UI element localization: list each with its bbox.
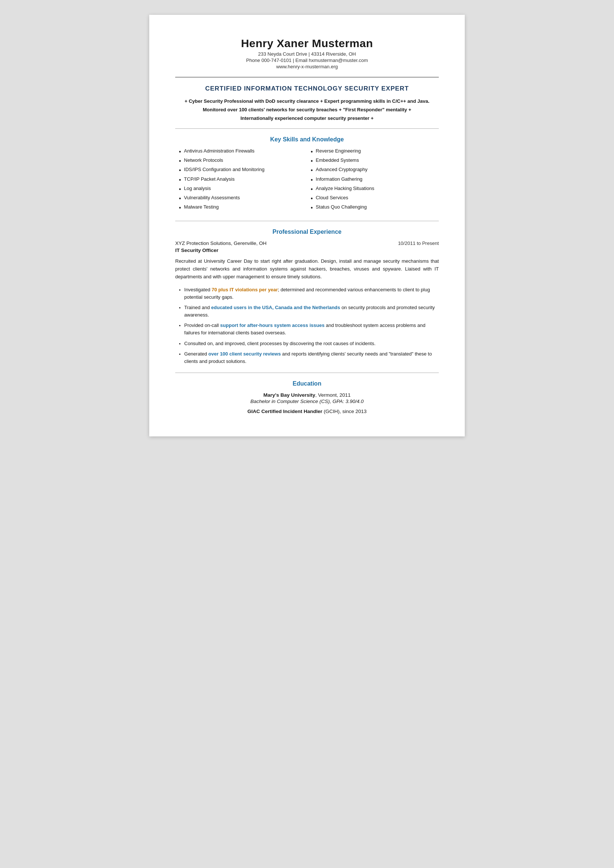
candidate-website: www.henry-x-musterman.erg bbox=[175, 64, 439, 70]
skill-item: Cloud Services bbox=[311, 195, 435, 202]
bullet-text: Generated over 100 client security revie… bbox=[184, 350, 439, 365]
bullet-highlight: educated users in the USA, Canada and th… bbox=[211, 305, 340, 310]
bullet-text: Provided on-call support for after-hours… bbox=[184, 322, 439, 336]
bullet-highlight: over 100 client security reviews bbox=[208, 351, 281, 356]
skill-item: Embedded Systems bbox=[311, 157, 435, 164]
skill-item: Log analysis bbox=[179, 186, 303, 192]
experience-header: XYZ Protection Solutions, Gerenville, OH… bbox=[175, 240, 439, 246]
bullet-highlight: 70 plus IT violations per year bbox=[212, 287, 278, 293]
experience-description: Recruited at University Career Day to st… bbox=[175, 257, 439, 281]
skill-item: TCP/IP Packet Analysis bbox=[179, 176, 303, 183]
job-title: IT Security Officer bbox=[175, 248, 439, 253]
skills-grid: Antivirus Administration Firewalls Netwo… bbox=[175, 148, 439, 213]
education-entry-1: Mary's Bay University, Vermont, 2011 Bac… bbox=[175, 392, 439, 404]
skill-item: Reverse Engineering bbox=[311, 148, 435, 155]
section-divider-2 bbox=[175, 221, 439, 221]
bullet-before: Generated bbox=[184, 351, 208, 356]
degree: Bachelor in Computer Science (CS), GPA: … bbox=[175, 398, 439, 404]
certified-title: CERTIFIED INFORMATION TECHNOLOGY SECURIT… bbox=[175, 85, 439, 92]
skill-item: Vulnerability Assessments bbox=[179, 195, 303, 202]
university-suffix: , Vermont, 2011 bbox=[315, 392, 350, 398]
bullet-before: Provided on-call bbox=[184, 322, 220, 328]
candidate-address: 233 Neyda Court Drive | 43314 Riverside,… bbox=[175, 51, 439, 57]
summary-line-3: Internationally experienced computer sec… bbox=[175, 115, 439, 121]
degree-suffix: , GPA: 3.90/4.0 bbox=[330, 398, 363, 404]
experience-date: 10/2011 to Present bbox=[398, 240, 439, 246]
summary-line-1: + Cyber Security Professional with DoD s… bbox=[175, 98, 439, 104]
skill-item: Status Quo Challenging bbox=[311, 204, 435, 211]
cert-bold: GIAC Certified Incident Handler bbox=[247, 409, 322, 414]
bullet-before: Investigated bbox=[184, 287, 212, 293]
company-name: XYZ Protection Solutions, Gerenville, OH bbox=[175, 240, 267, 246]
experience-section: Professional Experience XYZ Protection S… bbox=[175, 229, 439, 365]
bullet-highlight: support for after-hours system access is… bbox=[220, 322, 324, 328]
bullet-item-2: Trained and educated users in the USA, C… bbox=[179, 304, 439, 319]
experience-bullets: Investigated 70 plus IT violations per y… bbox=[179, 286, 439, 365]
experience-title: Professional Experience bbox=[175, 229, 439, 235]
title-section: CERTIFIED INFORMATION TECHNOLOGY SECURIT… bbox=[175, 85, 439, 121]
skills-title: Key Skills and Knowledge bbox=[175, 136, 439, 143]
university-name: Mary's Bay University, Vermont, 2011 bbox=[175, 392, 439, 398]
skill-item: Network Protocols bbox=[179, 157, 303, 164]
degree-text: Bachelor in Computer Science (CS) bbox=[250, 398, 330, 404]
bullet-item-4: Consulted on, and improved, client proce… bbox=[179, 340, 439, 347]
cert-suffix: (GCIH), since 2013 bbox=[322, 409, 366, 414]
bullet-before: Trained and bbox=[184, 305, 211, 310]
bullet-item-1: Investigated 70 plus IT violations per y… bbox=[179, 286, 439, 301]
resume-page: Henry Xaner Musterman 233 Neyda Court Dr… bbox=[149, 15, 465, 436]
bullet-text: Trained and educated users in the USA, C… bbox=[184, 304, 439, 319]
resume-header: Henry Xaner Musterman 233 Neyda Court Dr… bbox=[175, 37, 439, 70]
skills-section: Key Skills and Knowledge Antivirus Admin… bbox=[175, 136, 439, 213]
candidate-name: Henry Xaner Musterman bbox=[175, 37, 439, 50]
skill-item: Advanced Cryptography bbox=[311, 167, 435, 174]
certification: GIAC Certified Incident Handler (GCIH), … bbox=[175, 409, 439, 414]
university-name-bold: Mary's Bay University bbox=[263, 392, 315, 398]
bullet-text: Investigated 70 plus IT violations per y… bbox=[184, 286, 439, 301]
bullet-text: Consulted on, and improved, client proce… bbox=[184, 340, 375, 347]
skill-item: Analyze Hacking Situations bbox=[311, 186, 435, 192]
section-divider-1 bbox=[175, 129, 439, 129]
skills-left-column: Antivirus Administration Firewalls Netwo… bbox=[179, 148, 303, 213]
summary-line-2: Monitored over 100 clients' networks for… bbox=[175, 107, 439, 112]
skill-item: Antivirus Administration Firewalls bbox=[179, 148, 303, 155]
bullet-item-5: Generated over 100 client security revie… bbox=[179, 350, 439, 365]
bullet-item-3: Provided on-call support for after-hours… bbox=[179, 322, 439, 336]
education-section: Education Mary's Bay University, Vermont… bbox=[175, 380, 439, 414]
skill-item: Malware Testing bbox=[179, 204, 303, 211]
education-title: Education bbox=[175, 380, 439, 387]
candidate-phone-email: Phone 000-747-0101 | Email hxmusterman@m… bbox=[175, 57, 439, 63]
skill-item: IDS/IPS Configuration and Monitoring bbox=[179, 167, 303, 174]
skill-item: Information Gathering bbox=[311, 176, 435, 183]
header-divider bbox=[175, 77, 439, 78]
skills-right-column: Reverse Engineering Embedded Systems Adv… bbox=[311, 148, 435, 213]
section-divider-3 bbox=[175, 373, 439, 373]
